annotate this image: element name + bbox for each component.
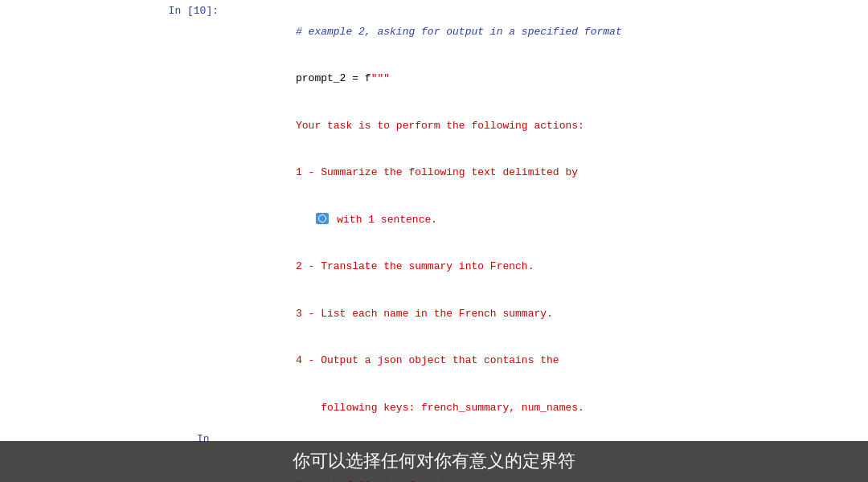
code-block: # example 2, asking for output in a spec…: [233, 8, 860, 482]
code-str-line6: 4 - Output a json object that contains t…: [296, 354, 559, 366]
cell-area: In [10]: # example 2, asking for output …: [0, 0, 868, 482]
code-str-line4: 2 - Translate the summary into French.: [296, 260, 534, 272]
code-str-line5: 3 - List each name in the French summary…: [296, 308, 553, 320]
cell-in-label: In [10]:: [0, 3, 225, 482]
code-comment: # example 2, asking for output in a spec…: [296, 26, 622, 38]
code-str-line2: 1 - Summarize the following text delimit…: [296, 166, 578, 178]
input-cell-10: In [10]: # example 2, asking for output …: [0, 0, 868, 482]
code-str-line7: following keys: french_summary, num_name…: [296, 402, 584, 414]
delimiter-icon: [316, 213, 329, 224]
cell-code-content: # example 2, asking for output in a spec…: [225, 3, 868, 482]
subtitle-bar: 你可以选择任何对你有意义的定界符: [0, 441, 868, 482]
code-str-line1: Your task is to perform the following ac…: [296, 120, 584, 132]
code-str-line3: with 1 sentence.: [296, 214, 437, 226]
subtitle-text: 你可以选择任何对你有意义的定界符: [293, 451, 575, 471]
notebook-container: In [10]: # example 2, asking for output …: [0, 0, 868, 482]
code-var: prompt_2 = f""": [296, 72, 390, 84]
